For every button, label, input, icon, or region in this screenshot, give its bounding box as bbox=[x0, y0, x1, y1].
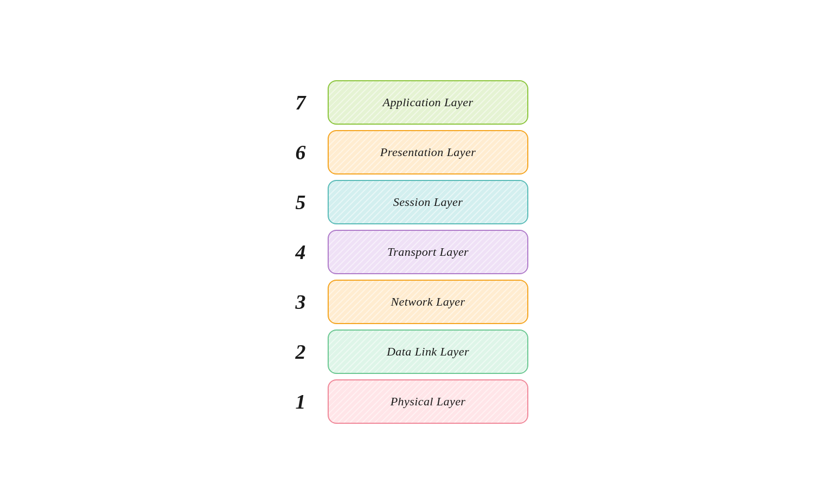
layer-box-session-layer: Session Layer bbox=[328, 180, 528, 224]
layer-box-presentation-layer: Presentation Layer bbox=[328, 130, 528, 175]
layer-number: 7 bbox=[290, 91, 311, 114]
layer-label: Session Layer bbox=[393, 195, 463, 209]
layer-row: 6Presentation Layer bbox=[290, 130, 528, 175]
layer-row: 5Session Layer bbox=[290, 180, 528, 224]
layer-label: Network Layer bbox=[391, 295, 465, 309]
layer-box-application-layer: Application Layer bbox=[328, 80, 528, 125]
layer-number: 1 bbox=[290, 390, 311, 413]
layer-label: Physical Layer bbox=[391, 395, 466, 409]
layer-row: 3Network Layer bbox=[290, 280, 528, 324]
layer-number: 2 bbox=[290, 340, 311, 364]
layer-number: 3 bbox=[290, 290, 311, 314]
layer-number: 6 bbox=[290, 140, 311, 164]
layer-label: Application Layer bbox=[383, 95, 474, 109]
layer-row: 4Transport Layer bbox=[290, 230, 528, 274]
layer-label: Data Link Layer bbox=[387, 345, 469, 359]
layer-row: 2Data Link Layer bbox=[290, 329, 528, 374]
layer-label: Transport Layer bbox=[387, 245, 469, 259]
layer-box-physical-layer: Physical Layer bbox=[328, 379, 528, 424]
layer-row: 1Physical Layer bbox=[290, 379, 528, 424]
layer-number: 4 bbox=[290, 240, 311, 264]
layer-number: 5 bbox=[290, 190, 311, 214]
layer-box-network-layer: Network Layer bbox=[328, 280, 528, 324]
layer-row: 7Application Layer bbox=[290, 80, 528, 125]
layer-box-data-link-layer: Data Link Layer bbox=[328, 329, 528, 374]
osi-diagram: 7Application Layer6Presentation Layer5Se… bbox=[290, 80, 528, 424]
layer-label: Presentation Layer bbox=[380, 145, 476, 159]
layer-box-transport-layer: Transport Layer bbox=[328, 230, 528, 274]
